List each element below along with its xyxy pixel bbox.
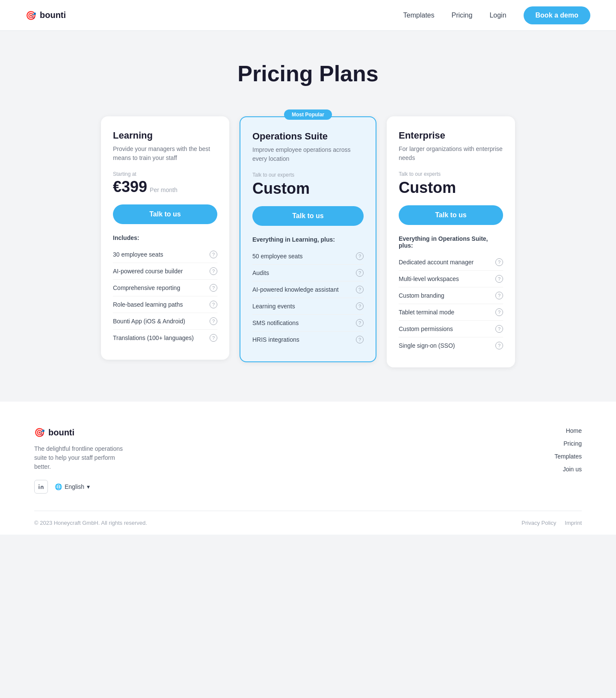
feature-name: Audits (252, 269, 352, 276)
cta-button-enterprise[interactable]: Talk to us (399, 205, 503, 225)
price-talk-label-operations: Talk to our experts (252, 172, 364, 178)
privacy-policy-link[interactable]: Privacy Policy (521, 520, 556, 526)
feature-item: Single sign-on (SSO) ? (399, 337, 503, 354)
cta-button-learning[interactable]: Talk to us (113, 204, 217, 224)
feature-name: Learning events (252, 303, 352, 310)
footer-link-home[interactable]: Home (566, 427, 582, 434)
nav-link-pricing[interactable]: Pricing (451, 12, 472, 19)
price-learning: €399 Per month (113, 178, 217, 196)
plan-title-enterprise: Enterprise (399, 130, 503, 141)
footer-link-joinus[interactable]: Join us (563, 466, 582, 473)
feature-list-operations: 50 employee seats ? Audits ? AI-powered … (252, 248, 364, 348)
price-amount-learning: €399 (113, 178, 147, 196)
help-icon[interactable]: ? (210, 301, 217, 308)
logo-icon: 🎯 (26, 10, 36, 21)
help-icon[interactable]: ? (210, 334, 217, 342)
feature-name: SMS notifications (252, 319, 352, 326)
feature-name: 30 employee seats (113, 251, 206, 258)
feature-name: Custom permissions (399, 325, 492, 332)
plan-desc-learning: Provide your managers with the best mean… (113, 145, 217, 163)
pricing-section: Learning Provide your managers with the … (0, 108, 616, 402)
feature-item: Learning events ? (252, 298, 364, 315)
help-icon[interactable]: ? (210, 251, 217, 258)
footer-links: Home Pricing Templates Join us (554, 427, 582, 473)
help-icon[interactable]: ? (210, 317, 217, 325)
feature-item: Custom permissions ? (399, 321, 503, 337)
feature-name: Single sign-on (SSO) (399, 342, 492, 349)
plan-title-learning: Learning (113, 130, 217, 141)
hero-section: Pricing Plans (0, 31, 616, 108)
help-icon[interactable]: ? (356, 336, 364, 343)
nav-link-templates[interactable]: Templates (403, 12, 435, 19)
feature-list-enterprise: Dedicated account manager ? Multi-level … (399, 254, 503, 354)
feature-item: Bounti App (iOS & Android) ? (113, 313, 217, 330)
help-icon[interactable]: ? (495, 258, 503, 266)
nav-link-login[interactable]: Login (489, 12, 506, 19)
footer-legal: Privacy Policy Imprint (521, 520, 582, 526)
help-icon[interactable]: ? (210, 284, 217, 292)
footer-tagline: The delightful frontline operations suit… (34, 444, 128, 471)
feature-name: HRIS integrations (252, 336, 352, 343)
logo-text: bounti (40, 10, 66, 20)
footer-logo-text: bounti (48, 428, 74, 438)
feature-name: Custom branding (399, 292, 492, 299)
plan-desc-enterprise: For larger organizations with enterprise… (399, 145, 503, 163)
price-custom-enterprise: Custom (399, 179, 503, 197)
help-icon[interactable]: ? (495, 342, 503, 349)
language-selector[interactable]: 🌐 English ▾ (55, 483, 90, 490)
plan-card-enterprise: Enterprise For larger organizations with… (387, 116, 515, 367)
feature-name: Tablet terminal mode (399, 309, 492, 316)
chevron-down-icon: ▾ (87, 483, 90, 490)
feature-item: Comprehensive reporting ? (113, 280, 217, 296)
feature-item: Custom branding ? (399, 287, 503, 304)
feature-item: 30 employee seats ? (113, 246, 217, 263)
feature-item: SMS notifications ? (252, 315, 364, 331)
help-icon[interactable]: ? (356, 302, 364, 310)
price-custom-operations: Custom (252, 180, 364, 198)
help-icon[interactable]: ? (495, 275, 503, 283)
price-period-learning: Per month (150, 186, 178, 193)
footer-link-pricing[interactable]: Pricing (563, 440, 582, 447)
footer-social: 🌐 English ▾ (34, 480, 128, 494)
help-icon[interactable]: ? (495, 325, 503, 333)
help-icon[interactable]: ? (356, 286, 364, 293)
help-icon[interactable]: ? (495, 292, 503, 299)
footer-copyright: © 2023 Honeycraft GmbH. All rights reser… (34, 520, 147, 526)
feature-name: AI-powered course builder (113, 268, 206, 275)
feature-item: AI-powered knowledge assistant ? (252, 281, 364, 298)
help-icon[interactable]: ? (356, 269, 364, 277)
feature-name: AI-powered knowledge assistant (252, 286, 352, 293)
includes-label-operations: Everything in Learning, plus: (252, 236, 364, 243)
feature-name: Comprehensive reporting (113, 284, 206, 291)
feature-item: Dedicated account manager ? (399, 254, 503, 271)
footer-logo: 🎯 bounti (34, 427, 128, 438)
footer-bottom: © 2023 Honeycraft GmbH. All rights reser… (34, 511, 582, 535)
footer-link-templates[interactable]: Templates (554, 453, 582, 460)
footer-top: 🎯 bounti The delightful frontline operat… (34, 427, 582, 511)
navbar: 🎯 bounti Templates Pricing Login Book a … (0, 0, 616, 31)
feature-list-learning: 30 employee seats ? AI-powered course bu… (113, 246, 217, 346)
book-demo-button[interactable]: Book a demo (524, 6, 590, 24)
help-icon[interactable]: ? (356, 319, 364, 327)
feature-name: Dedicated account manager (399, 259, 492, 266)
feature-item: Role-based learning paths ? (113, 296, 217, 313)
footer: 🎯 bounti The delightful frontline operat… (0, 402, 616, 535)
feature-item: Audits ? (252, 265, 364, 281)
svg-point-0 (38, 484, 39, 485)
feature-name: Multi-level workspaces (399, 275, 492, 282)
cta-button-operations[interactable]: Talk to us (252, 206, 364, 226)
footer-logo-icon: 🎯 (34, 427, 45, 438)
plan-desc-operations: Improve employee operations across every… (252, 145, 364, 163)
linkedin-icon[interactable] (34, 480, 48, 494)
includes-label-learning: Includes: (113, 234, 217, 241)
help-icon[interactable]: ? (210, 267, 217, 275)
price-talk-label-enterprise: Talk to our experts (399, 171, 503, 177)
includes-label-enterprise: Everything in Operations Suite, plus: (399, 235, 503, 249)
help-icon[interactable]: ? (495, 308, 503, 316)
price-label-learning: Starting at (113, 171, 217, 177)
help-icon[interactable]: ? (356, 252, 364, 260)
feature-name: 50 employee seats (252, 253, 352, 260)
feature-name: Role-based learning paths (113, 301, 206, 308)
plan-card-operations: Most Popular Operations Suite Improve em… (240, 116, 376, 362)
imprint-link[interactable]: Imprint (565, 520, 582, 526)
